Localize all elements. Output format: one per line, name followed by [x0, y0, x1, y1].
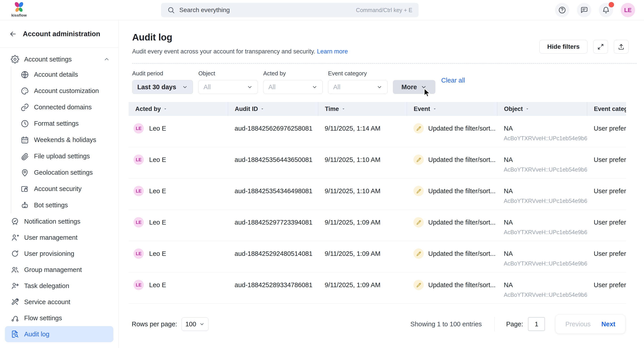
table-row[interactable]: LELeo E aud-188425297723394081 9/11/2025…	[128, 210, 626, 241]
sidebar-item-account-settings[interactable]: Account settings	[5, 52, 113, 66]
user-avatar[interactable]: LE	[621, 3, 635, 17]
event-category-dropdown[interactable]: All	[328, 80, 388, 94]
user-arrow-icon	[11, 282, 19, 290]
help-button[interactable]	[555, 3, 569, 17]
export-button[interactable]	[614, 40, 628, 54]
sidebar-item-task-delegation[interactable]: Task delegation	[5, 278, 113, 294]
pencil-icon	[416, 188, 422, 194]
actor-name: Leo E	[149, 250, 166, 258]
column-header-object[interactable]: Object	[497, 102, 587, 116]
object-dropdown[interactable]: All	[198, 80, 258, 94]
edit-event-badge	[414, 186, 424, 196]
sidebar-item-service-account[interactable]: Service account	[5, 294, 113, 310]
acted-by-label: Acted by	[263, 70, 323, 77]
event-category: User preferences	[587, 241, 626, 258]
audit-id: aud-188425626976258081	[228, 116, 318, 132]
check-seal-icon	[11, 217, 19, 226]
object-id: AcBoYTXRVveH::UPc1eb54e9b6e...	[504, 198, 587, 204]
sidebar-nav: Account settings Account details Account…	[0, 48, 118, 342]
object-id: AcBoYTXRVveH::UPc1eb54e9b6e...	[504, 166, 587, 173]
table-row[interactable]: LELeo E aud-188425289334786081 9/11/2025…	[128, 272, 626, 304]
sort-icon	[525, 107, 530, 111]
sidebar-item-account-security[interactable]: Account security	[11, 181, 113, 197]
sidebar-item-account-details[interactable]: Account details	[11, 66, 113, 83]
sidebar-item-user-provisioning[interactable]: User provisioning	[5, 246, 113, 262]
page-number-input[interactable]	[528, 317, 545, 331]
column-header-acted-by[interactable]: Acted by	[128, 102, 228, 116]
pencil-icon	[416, 282, 422, 288]
sidebar-item-weekends-holidays[interactable]: Weekends & holidays	[11, 132, 113, 148]
main-content: Audit log Audit every event across your …	[119, 20, 644, 348]
chevron-down-icon	[199, 322, 204, 327]
chevron-down-icon	[182, 84, 188, 90]
event-category: User preferences	[587, 116, 626, 132]
chat-icon	[580, 6, 588, 14]
sidebar-item-group-management[interactable]: Group management	[5, 262, 113, 278]
next-page-button[interactable]: Next	[601, 320, 616, 328]
sidebar-item-account-customization[interactable]: Account customization	[11, 83, 113, 99]
audit-period-dropdown[interactable]: Last 30 days	[132, 80, 193, 94]
sidebar-item-format-settings[interactable]: Format settings	[11, 116, 113, 132]
pencil-icon	[416, 157, 422, 162]
sidebar-item-bot-settings[interactable]: Bot settings	[11, 197, 113, 213]
account-settings-sublist: Account details Account customization Co…	[11, 66, 113, 213]
table-row[interactable]: LELeo E aud-188425626976258081 9/11/2025…	[128, 116, 626, 147]
feedback-button[interactable]	[577, 3, 591, 17]
table-row[interactable]: LELeo E aud-188425354346498081 9/11/2025…	[128, 178, 626, 210]
acted-by-dropdown[interactable]: All	[263, 80, 323, 94]
section-divider	[132, 63, 636, 64]
event-text: Updated the filter/sort...	[428, 281, 496, 289]
edit-event-badge	[414, 280, 424, 290]
object-id: AcBoYTXRVveH::UPc1eb54e9b6e...	[504, 292, 587, 298]
audit-id: aud-188425356443650081	[228, 147, 318, 164]
global-search[interactable]: Command/Ctrl key + E	[161, 3, 418, 17]
previous-page-button[interactable]: Previous	[565, 320, 590, 328]
mouse-cursor	[422, 88, 432, 98]
audit-log-icon	[11, 330, 19, 338]
table-row[interactable]: LELeo E aud-188425292480514081 9/11/2025…	[128, 241, 626, 272]
sidebar-item-connected-domains[interactable]: Connected domains	[11, 99, 113, 116]
sidebar-item-user-management[interactable]: User management	[5, 230, 113, 246]
sidebar-item-audit-log[interactable]: Audit log	[5, 326, 113, 342]
column-header-event-category[interactable]: Event category	[587, 102, 626, 116]
avatar: LE	[134, 280, 144, 290]
column-header-audit-id[interactable]: Audit ID	[228, 102, 318, 116]
learn-more-link[interactable]: Learn more	[317, 48, 348, 55]
chevron-up-icon[interactable]	[104, 56, 110, 62]
chevron-down-icon	[247, 84, 253, 90]
pencil-icon	[416, 220, 422, 225]
object-name: NA	[504, 281, 587, 289]
actor-name: Leo E	[149, 125, 166, 132]
kissflow-logo[interactable]: kissflow	[9, 1, 29, 18]
avatar: LE	[134, 154, 144, 165]
sort-icon	[432, 107, 437, 111]
notification-dot	[609, 2, 614, 8]
pencil-icon	[416, 251, 422, 256]
notifications-button[interactable]	[599, 3, 613, 17]
search-shortcut-hint: Command/Ctrl key + E	[356, 7, 412, 14]
fullscreen-button[interactable]	[593, 40, 608, 54]
back-button[interactable]	[9, 30, 17, 38]
sidebar-item-notification-settings[interactable]: Notification settings	[5, 213, 113, 230]
avatar: LE	[134, 217, 144, 228]
actor-name: Leo E	[149, 219, 166, 226]
event-text: Updated the filter/sort...	[428, 188, 496, 195]
sidebar-item-flow-settings[interactable]: Flow settings	[5, 310, 113, 326]
time: 9/11/2025, 1:09 AM	[318, 272, 407, 289]
hide-filters-button[interactable]: Hide filters	[539, 40, 588, 54]
chevron-down-icon	[312, 84, 318, 90]
rows-per-page-dropdown[interactable]: 100	[182, 317, 208, 331]
edit-event-badge	[414, 123, 424, 134]
table-row[interactable]: LELeo E aud-188425356443650081 9/11/2025…	[128, 147, 626, 178]
time: 9/11/2025, 1:09 AM	[318, 241, 407, 258]
object-name: NA	[504, 156, 587, 164]
audit-id: aud-188425297723394081	[228, 210, 318, 226]
sidebar-item-file-upload-settings[interactable]: File upload settings	[11, 148, 113, 164]
column-header-event[interactable]: Event	[407, 102, 497, 116]
clear-all-link[interactable]: Clear all	[441, 77, 465, 84]
search-input[interactable]	[179, 6, 352, 14]
sidebar-item-geolocation-settings[interactable]: Geolocation settings	[11, 164, 113, 181]
link-icon	[20, 103, 29, 112]
clock-icon	[20, 120, 29, 128]
column-header-time[interactable]: Time	[318, 102, 407, 116]
